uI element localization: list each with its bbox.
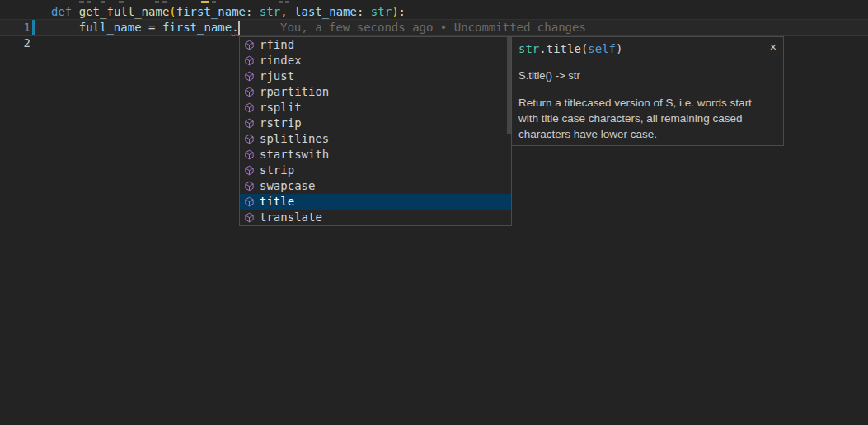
- docs-description: Return a titlecased version of S, i.e. w…: [518, 95, 772, 142]
- symbol-method-icon: [243, 180, 256, 192]
- code-line-text: full_name = first_name.: [51, 20, 239, 35]
- code-line-2[interactable]: 2 full_name = first_name. You, a few sec…: [0, 20, 868, 35]
- code-line-text: def get_full_name(first_name: str, last_…: [51, 4, 406, 20]
- error-squiggle: [231, 33, 239, 36]
- docs-signature: str.title(self): [518, 41, 622, 57]
- line-number: 2: [0, 35, 30, 51]
- suggestion-docs-popup: str.title(self) × S.title() -> str Retur…: [511, 36, 784, 146]
- suggestion-label: swapcase: [260, 178, 315, 194]
- symbol-method-icon: [243, 149, 256, 161]
- symbol-method-icon: [243, 117, 256, 130]
- suggestion-item-title[interactable]: title: [240, 194, 511, 210]
- code-editor: { "code": { "lines": [ { "number": "1", …: [0, 0, 868, 425]
- symbol-method-icon: [243, 70, 256, 83]
- suggestion-list: rfindrindexrjustrpartitionrsplitrstripsp…: [239, 36, 512, 226]
- suggestion-item-swapcase[interactable]: swapcase: [240, 178, 511, 194]
- symbol-method-icon: [243, 39, 256, 51]
- suggestion-item-rsplit[interactable]: rsplit: [240, 100, 511, 116]
- git-blame-annotation: You, a few seconds ago • Uncommitted cha…: [280, 20, 586, 35]
- code-line-1[interactable]: 1 def get_full_name(first_name: str, las…: [0, 4, 868, 20]
- suggestion-item-rindex[interactable]: rindex: [240, 53, 511, 68]
- clipped-line-above: [0, 0, 868, 3]
- suggestion-item-rfind[interactable]: rfind: [240, 37, 511, 53]
- suggestion-label: rindex: [260, 53, 302, 68]
- symbol-method-icon: [243, 86, 256, 98]
- suggestion-label: title: [260, 194, 294, 210]
- suggestion-item-startswith[interactable]: startswith: [240, 147, 511, 163]
- symbol-method-icon: [243, 54, 256, 67]
- suggestion-item-translate[interactable]: translate: [240, 210, 511, 225]
- symbol-method-icon: [243, 133, 256, 145]
- symbol-method-icon: [243, 196, 256, 208]
- suggestion-item-strip[interactable]: strip: [240, 163, 511, 178]
- suggestion-item-rstrip[interactable]: rstrip: [240, 116, 511, 131]
- docs-summary: S.title() -> str: [518, 68, 580, 83]
- symbol-method-icon: [243, 102, 256, 114]
- suggestion-label: translate: [260, 210, 322, 225]
- suggestion-item-rjust[interactable]: rjust: [240, 68, 511, 84]
- suggestion-label: strip: [260, 163, 294, 178]
- symbol-method-icon: [243, 164, 256, 177]
- suggestion-label: rsplit: [260, 100, 302, 116]
- git-modified-gutter-indicator: [32, 20, 35, 35]
- suggestion-label: startswith: [260, 147, 329, 163]
- suggestion-item-splitlines[interactable]: splitlines: [240, 131, 511, 147]
- suggestion-label: rfind: [260, 37, 294, 53]
- indent-guide: [54, 20, 54, 35]
- suggestion-item-rpartition[interactable]: rpartition: [240, 84, 511, 100]
- close-icon[interactable]: ×: [768, 40, 778, 54]
- suggestion-label: rpartition: [260, 84, 329, 100]
- symbol-method-icon: [243, 211, 256, 224]
- suggestion-label: rjust: [260, 68, 294, 84]
- suggestion-label: splitlines: [260, 131, 329, 147]
- suggestion-label: rstrip: [260, 116, 302, 131]
